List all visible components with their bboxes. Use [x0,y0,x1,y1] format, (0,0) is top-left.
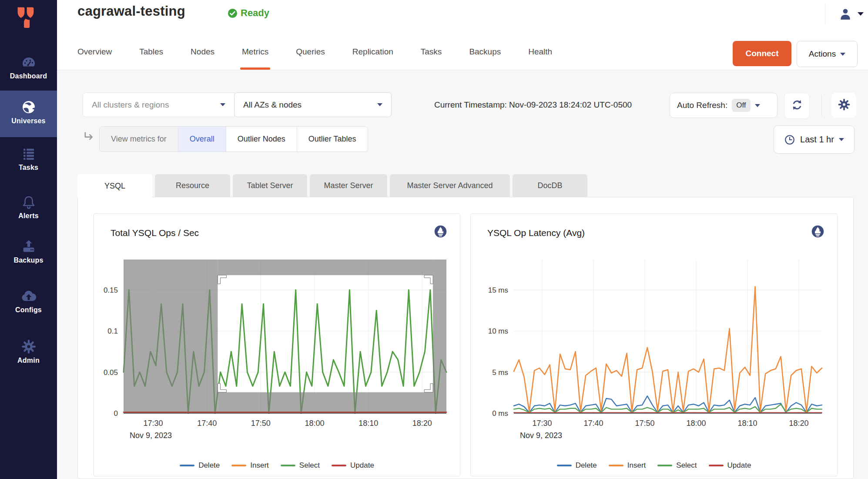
azs-nodes-dropdown[interactable]: All AZs & nodes [234,92,392,117]
chart-title: Total YSQL Ops / Sec [111,228,199,238]
metric-tab-resource[interactable]: Resource [155,174,230,197]
legend-item-delete[interactable]: Delete [557,461,597,470]
svg-text:Nov 9, 2023: Nov 9, 2023 [520,431,562,440]
svg-text:17:40: 17:40 [197,419,217,428]
svg-text:5 ms: 5 ms [492,368,508,377]
sidebar-item-label: Admin [0,357,57,364]
tab-tables[interactable]: Tables [139,41,163,70]
legend-label: Select [676,461,697,470]
auto-refresh-label: Auto Refresh: [677,101,727,110]
svg-text:15 ms: 15 ms [488,286,508,294]
tab-nodes[interactable]: Nodes [191,41,214,70]
svg-text:18:00: 18:00 [305,419,324,428]
sidebar-item-label: Backups [0,256,57,264]
view-option-outlier-tables[interactable]: Outlier Tables [297,127,368,152]
sidebar-item-backups[interactable]: Backups [0,239,57,264]
metric-category-tabs: YSQL Resource Tablet Server Master Serve… [77,174,587,197]
view-option-outlier-nodes[interactable]: Outlier Nodes [226,127,297,152]
legend-swatch [332,465,346,466]
metric-tab-master-server-advanced[interactable]: Master Server Advanced [390,174,510,197]
metric-tab-tablet-server[interactable]: Tablet Server [233,174,307,197]
svg-text:18:20: 18:20 [789,419,808,428]
tab-tasks[interactable]: Tasks [421,41,442,70]
view-metrics-segmented-control: View metrics for Overall Outlier Nodes O… [99,126,368,152]
svg-text:18:00: 18:00 [686,419,706,428]
bell-icon [21,194,37,210]
gear-icon [838,98,851,113]
sidebar-item-dashboard[interactable]: Dashboard [0,54,57,80]
clusters-regions-value: All clusters & regions [92,100,169,110]
divider [825,3,825,24]
metric-tab-docdb[interactable]: DocDB [513,174,587,197]
sidebar-item-label: Configs [0,306,57,314]
prometheus-icon[interactable] [811,224,825,239]
globe-icon [21,99,37,115]
user-menu[interactable] [825,3,864,25]
sidebar-item-label: Dashboard [0,72,57,80]
legend-item-select[interactable]: Select [281,461,320,470]
tab-queries[interactable]: Queries [296,41,325,70]
settings-button[interactable] [831,93,856,118]
svg-text:0.05: 0.05 [104,368,118,377]
list-icon [21,146,37,162]
legend-label: Update [350,461,374,470]
sidebar-item-label: Tasks [0,164,57,172]
legend-swatch [709,465,724,466]
user-avatar-icon [838,7,852,21]
chevron-down-icon [220,103,225,106]
svg-text:17:50: 17:50 [635,419,654,428]
svg-text:18:10: 18:10 [737,419,757,428]
svg-text:17:50: 17:50 [251,419,271,428]
status-badge: Ready [228,7,269,19]
tab-backups[interactable]: Backups [469,41,501,70]
page-title: cagrawal-testing [77,3,185,19]
legend-label: Insert [627,461,646,470]
tab-replication[interactable]: Replication [352,41,393,70]
auto-refresh-value[interactable]: Off [732,99,750,112]
app-screen: Dashboard Universes Tasks Alerts Backups… [0,0,868,479]
svg-text:17:40: 17:40 [583,419,603,428]
view-option-overall[interactable]: Overall [178,127,226,152]
branch-arrow-icon [83,131,95,143]
chevron-down-icon[interactable] [755,104,760,107]
auto-refresh-control: Auto Refresh: Off [670,93,778,118]
time-range-value: Last 1 hr [800,135,834,145]
sidebar-item-universes[interactable]: Universes [0,99,57,125]
backup-upload-icon [21,239,37,254]
sidebar-item-alerts[interactable]: Alerts [0,194,57,220]
chevron-down-icon [858,12,864,16]
legend-item-select[interactable]: Select [657,461,697,470]
chart-legend: DeleteInsertSelectUpdate [94,461,460,470]
legend-item-update[interactable]: Update [709,461,751,470]
chart-legend: DeleteInsertSelectUpdate [471,461,837,470]
legend-item-delete[interactable]: Delete [180,461,220,470]
tab-overview[interactable]: Overview [77,41,112,70]
tab-metrics[interactable]: Metrics [242,41,268,70]
chart-total-ysql-ops[interactable]: 00.050.10.1517:3017:4017:5018:0018:1018:… [94,214,460,476]
view-metrics-label: View metrics for [100,127,178,152]
legend-item-insert[interactable]: Insert [231,461,269,470]
sidebar-item-tasks[interactable]: Tasks [0,146,57,172]
svg-text:0 ms: 0 ms [492,409,508,418]
sidebar-item-admin[interactable]: Admin [0,339,57,364]
time-range-dropdown[interactable]: Last 1 hr [774,125,855,154]
svg-text:18:20: 18:20 [412,419,432,428]
connect-button[interactable]: Connect [733,41,791,66]
clusters-regions-dropdown[interactable]: All clusters & regions [83,92,235,117]
metric-tab-master-server[interactable]: Master Server [310,174,387,197]
prometheus-icon[interactable] [433,224,448,239]
yugabyte-logo-icon[interactable] [17,6,35,30]
universe-nav-tabs: Overview Tables Nodes Metrics Queries Re… [77,41,552,70]
refresh-button[interactable] [784,93,810,119]
legend-item-update[interactable]: Update [332,461,374,470]
metric-tab-ysql[interactable]: YSQL [77,174,152,198]
legend-item-insert[interactable]: Insert [609,461,646,470]
tab-health[interactable]: Health [528,41,552,70]
actions-label: Actions [809,49,836,59]
status-text: Ready [241,7,269,19]
sidebar-item-configs[interactable]: Configs [0,288,57,314]
chart-ysql-op-latency[interactable]: 0 ms5 ms10 ms15 ms17:3017:4017:5018:0018… [471,214,837,476]
chevron-down-icon [839,138,844,141]
actions-button[interactable]: Actions [797,41,858,67]
legend-label: Update [727,461,751,470]
